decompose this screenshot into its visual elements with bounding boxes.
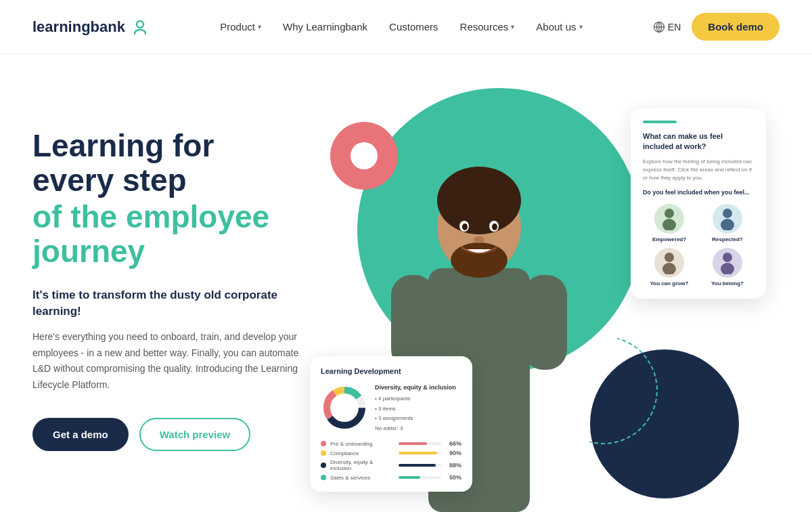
metric-bar-fill <box>399 442 427 445</box>
avatar-figure <box>717 207 738 230</box>
nav-right: EN Book demo <box>653 13 780 41</box>
nav-item-about[interactable]: About us ▾ <box>536 21 582 33</box>
donut-chart <box>321 384 368 431</box>
nav-item-customers[interactable]: Customers <box>389 21 438 33</box>
feeling-avatar <box>654 248 684 278</box>
feeling-avatar <box>713 248 742 278</box>
avatar-figure <box>717 251 738 274</box>
feeling-label: You belong? <box>711 280 744 286</box>
feeling-item[interactable]: Empowered? <box>643 204 696 242</box>
nav-item-resources[interactable]: Resources ▾ <box>460 21 515 33</box>
feeling-item[interactable]: You can grow? <box>643 248 696 286</box>
metric-bar-fill <box>399 476 420 479</box>
nav-links: Product ▾ Why Learningbank Customers Res… <box>220 21 582 33</box>
hero-section: Learning for every step of the employee … <box>0 54 812 512</box>
svg-point-23 <box>664 209 674 218</box>
hero-content: Learning for every step of the employee … <box>32 129 317 451</box>
hero-body: Here's everything you need to onboard, t… <box>32 329 317 393</box>
svg-point-15 <box>492 223 497 230</box>
metric-row: Diversity, equity & inclusion 88% <box>321 459 461 471</box>
metric-bar-bg <box>399 464 441 467</box>
feelings-avatars: Empowered? Respected? You can grow? You … <box>643 204 754 286</box>
metric-bar-bg <box>399 452 441 454</box>
svg-point-25 <box>723 209 732 218</box>
logo-icon <box>131 18 150 37</box>
card-feelings: What can make us feel included at work? … <box>631 108 766 299</box>
hero-title: Learning for every step <box>32 129 317 197</box>
metric-row: Compliance 90% <box>321 450 461 456</box>
nav-item-product[interactable]: Product ▾ <box>220 21 261 33</box>
card-learning-title: Learning Development <box>321 367 461 375</box>
metric-pct: 50% <box>445 474 461 481</box>
metric-label: Sales & services <box>330 475 394 481</box>
svg-point-27 <box>664 253 674 262</box>
metric-label: Compliance <box>330 450 394 456</box>
metric-bar-fill <box>399 452 437 454</box>
metric-row: Sales & services 50% <box>321 474 461 481</box>
book-demo-button[interactable]: Book demo <box>692 13 780 41</box>
svg-point-24 <box>662 219 676 230</box>
donut-legend: Diversity, equity & inclusion • 4 partic… <box>375 382 456 433</box>
avatar-figure <box>659 207 679 230</box>
logo[interactable]: learningbank <box>32 18 150 37</box>
svg-point-11 <box>451 242 508 278</box>
metric-dot <box>321 450 326 456</box>
globe-icon <box>653 21 665 33</box>
metric-dot <box>321 463 326 468</box>
metric-dot <box>321 475 326 480</box>
feelings-bar <box>643 121 677 123</box>
get-demo-button[interactable]: Get a demo <box>32 418 129 451</box>
language-button[interactable]: EN <box>653 21 681 33</box>
card-learning: Learning Development <box>310 356 472 492</box>
svg-point-22 <box>332 395 357 421</box>
feeling-avatar <box>654 204 684 234</box>
feeling-label: Respected? <box>712 236 742 242</box>
metric-pct: 66% <box>445 440 461 447</box>
hero-title-green: of the employee journey <box>32 200 317 268</box>
feeling-label: You can grow? <box>650 280 689 286</box>
hero-subtitle: It's time to transform the dusty old cor… <box>32 287 317 320</box>
feeling-item[interactable]: You belong? <box>701 248 754 286</box>
donut-section: Diversity, equity & inclusion • 4 partic… <box>321 382 461 433</box>
svg-point-29 <box>723 253 732 262</box>
svg-point-26 <box>721 219 734 230</box>
metric-pct: 90% <box>445 450 461 456</box>
logo-text: learningbank <box>32 18 125 36</box>
svg-rect-7 <box>523 275 567 370</box>
metric-row: Pre & onboarding 66% <box>321 440 461 447</box>
metric-bar-bg <box>399 476 441 479</box>
svg-rect-6 <box>391 275 435 370</box>
metric-label: Diversity, equity & inclusion <box>330 459 394 471</box>
feeling-avatar <box>713 204 742 234</box>
hero-cta: Get a demo Watch preview <box>32 418 317 451</box>
watch-preview-button[interactable]: Watch preview <box>139 418 250 451</box>
card-metrics: Pre & onboarding 66% Compliance 90% Dive… <box>321 440 461 481</box>
chevron-down-icon: ▾ <box>579 23 583 30</box>
navbar: learningbank Product ▾ Why Learningbank … <box>0 0 812 54</box>
avatar-figure <box>659 251 679 274</box>
svg-point-28 <box>662 263 676 274</box>
metric-dot <box>321 441 326 446</box>
feeling-label: Empowered? <box>652 236 686 242</box>
feeling-item[interactable]: Respected? <box>701 204 754 242</box>
metric-bar-fill <box>399 464 436 467</box>
chevron-down-icon: ▾ <box>258 23 261 30</box>
svg-point-0 <box>137 21 143 28</box>
feelings-question: Do you feel included when you feel... <box>643 189 754 196</box>
feelings-title: What can make us feel included at work? <box>643 131 754 152</box>
metric-pct: 88% <box>445 462 461 469</box>
feelings-body: Explore how the feeling of being include… <box>643 158 754 182</box>
svg-point-16 <box>474 236 484 243</box>
metric-label: Pre & onboarding <box>330 441 394 447</box>
chevron-down-icon: ▾ <box>511 23 514 30</box>
hero-visual: Learning Development <box>317 68 780 512</box>
svg-point-14 <box>462 223 468 230</box>
metric-bar-bg <box>399 442 441 445</box>
svg-point-30 <box>721 263 734 274</box>
nav-item-why[interactable]: Why Learningbank <box>283 21 367 33</box>
